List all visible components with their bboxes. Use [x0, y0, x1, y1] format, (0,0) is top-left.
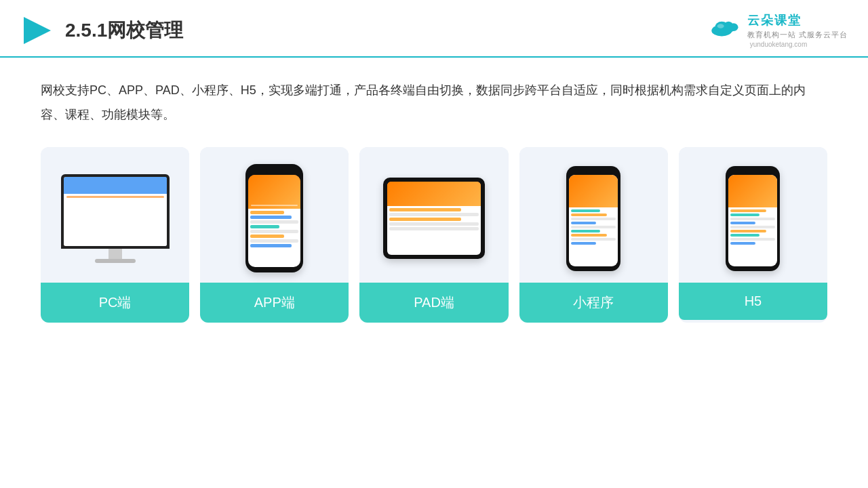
h5-mini-row-1	[730, 209, 766, 212]
phone-row-7	[250, 239, 298, 243]
mini-row-7	[571, 234, 607, 237]
logo-main-text: 云朵课堂	[747, 12, 848, 28]
mini-phone-notch	[586, 171, 601, 174]
logo-area: 云朵课堂 教育机构一站 式服务云平台 yunduoketang.com	[709, 12, 848, 48]
mini-row-1	[571, 209, 600, 212]
logo-tagline: 教育机构一站 式服务云平台	[747, 30, 848, 40]
card-h5-label: H5	[679, 283, 827, 320]
tablet-row-2	[389, 213, 479, 216]
monitor-outer	[61, 174, 170, 249]
h5-mini-row-8	[730, 238, 775, 241]
monitor-stand	[108, 249, 122, 259]
h5-mini-row-9	[730, 242, 755, 245]
h5-mini-row-7	[730, 234, 760, 237]
description-text: 网校支持PC、APP、PAD、小程序、H5，实现多端打通，产品各终端自由切换，数…	[41, 78, 827, 127]
mini-row-8	[571, 238, 616, 241]
h5-mini-row-4	[730, 222, 755, 224]
card-app-image	[200, 147, 349, 283]
card-pc-image	[41, 147, 189, 283]
cloud-logo-icon	[709, 14, 743, 38]
monitor-screen	[64, 177, 167, 246]
monitor-content	[64, 177, 167, 246]
phone-row-6	[250, 235, 284, 238]
h5-mini-phone-screen	[728, 175, 777, 266]
card-app: APP端	[200, 147, 349, 323]
card-miniprogram-label: 小程序	[519, 283, 668, 323]
monitor-base	[95, 259, 136, 263]
tablet-screen	[387, 182, 481, 255]
mini-row-2	[571, 214, 607, 216]
page-title: 2.5.1网校管理	[65, 18, 183, 43]
logo-text-group: 云朵课堂 教育机构一站 式服务云平台	[747, 12, 848, 40]
mini-phone-screen-body	[569, 207, 618, 248]
mini-row-9	[571, 242, 595, 245]
phone-outer	[245, 164, 303, 272]
card-pad: PAD端	[359, 147, 508, 323]
main-content: 网校支持PC、APP、PAD、小程序、H5，实现多端打通，产品各终端自由切换，数…	[0, 58, 868, 336]
h5-mini-phone-screen-body	[728, 207, 777, 248]
mini-row-6	[571, 230, 600, 232]
logo-cloud: 云朵课堂 教育机构一站 式服务云平台	[709, 12, 848, 40]
tablet-illustration	[383, 178, 485, 259]
card-pad-image	[359, 147, 508, 283]
logo-url: yunduoketang.com	[750, 41, 808, 48]
tablet-row-1	[389, 208, 461, 211]
header-left: 2.5.1网校管理	[20, 14, 183, 47]
mini-row-3	[571, 218, 616, 220]
phone-row-8	[250, 244, 291, 247]
tablet-row-5	[389, 227, 479, 230]
card-miniprogram-image	[519, 147, 668, 283]
card-miniprogram: 小程序	[519, 147, 668, 323]
cards-container: PC端	[41, 147, 827, 323]
h5-mini-row-5	[730, 226, 775, 228]
mini-phone-screen	[569, 175, 618, 266]
pc-monitor-illustration	[61, 174, 170, 263]
phone-screen-body	[248, 209, 300, 251]
h5-mini-phone-notch	[745, 171, 760, 174]
phone-illustration	[245, 164, 303, 272]
card-h5: H5	[679, 147, 827, 323]
h5-phone-illustration	[726, 166, 780, 271]
tablet-row-4	[389, 222, 479, 226]
card-h5-image	[679, 147, 827, 283]
card-pc: PC端	[41, 147, 189, 323]
tablet-row-3	[389, 218, 461, 221]
phone-row-5	[250, 230, 298, 233]
svg-point-6	[717, 24, 724, 28]
h5-mini-phone-screen-top	[728, 175, 777, 207]
mini-phone-screen-top	[569, 175, 618, 207]
svg-marker-0	[24, 17, 51, 44]
svg-point-5	[729, 23, 738, 31]
tablet-outer	[383, 178, 485, 259]
tablet-screen-body	[387, 206, 481, 234]
phone-row-1	[250, 211, 284, 214]
phone-screen-top	[248, 175, 300, 209]
h5-mini-row-2	[730, 214, 760, 216]
h5-mini-row-6	[730, 230, 766, 232]
mini-row-5	[571, 226, 616, 228]
h5-mini-phone-outer	[726, 166, 780, 271]
card-pad-label: PAD端	[359, 283, 508, 323]
phone-row-4	[250, 225, 279, 228]
card-app-label: APP端	[200, 283, 349, 323]
play-icon	[20, 14, 54, 47]
miniprogram-phone-illustration	[566, 166, 620, 271]
mini-row-4	[571, 222, 595, 224]
phone-row-2	[250, 216, 291, 219]
h5-mini-row-3	[730, 218, 775, 220]
mini-phone-outer	[566, 166, 620, 271]
page-header: 2.5.1网校管理 云朵课堂 教育机构一站 式服务云平台 yunduoketan…	[0, 0, 868, 58]
tablet-screen-top	[387, 182, 481, 206]
phone-notch	[267, 169, 283, 173]
card-pc-label: PC端	[41, 283, 189, 323]
phone-screen	[248, 175, 300, 267]
phone-row-3	[250, 220, 298, 224]
